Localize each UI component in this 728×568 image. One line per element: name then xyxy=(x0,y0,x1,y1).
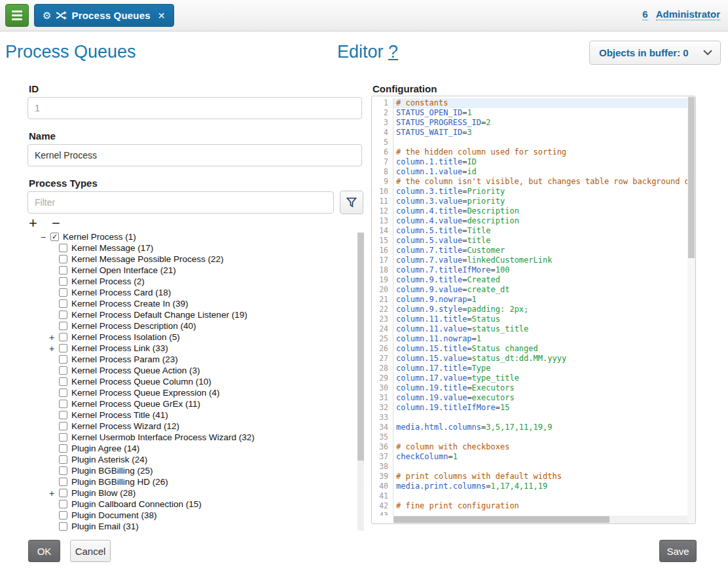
tree-item[interactable]: Kernel Process Queue Column (10) xyxy=(27,376,363,387)
tree-item[interactable]: Kernel Process Title (41) xyxy=(27,409,363,421)
tree-item-label[interactable]: Kernel Open Interface (21) xyxy=(71,265,176,275)
code-line[interactable]: 32column.19.titleIfMore=15 xyxy=(372,403,687,413)
tree-item[interactable]: Kernel Message (17) xyxy=(27,242,363,254)
code-line[interactable]: 27column.15.value=status_dt:dd.MM.yyyy xyxy=(372,354,687,364)
tree-item[interactable]: Kernel Process Description (40) xyxy=(27,320,363,331)
code-line[interactable]: 14column.5.title=Title xyxy=(372,226,687,236)
tree-item-label[interactable]: Kernel Process Title (41) xyxy=(71,410,168,420)
tree-item-checkbox[interactable] xyxy=(59,466,67,475)
tree-item[interactable]: Kernel Process Queue GrEx (11) xyxy=(27,398,363,409)
tree-item-checkbox[interactable] xyxy=(59,366,67,375)
code-line[interactable]: 7column.1.title=ID xyxy=(372,157,687,167)
tree-item[interactable]: Kernel Process Queue Action (3) xyxy=(27,365,363,376)
tree-item[interactable]: Kernel Process (2) xyxy=(27,276,363,287)
tree-item-label[interactable]: Kernel Usermob Interface Process Wizard … xyxy=(71,432,255,442)
tree-item-checkbox[interactable] xyxy=(59,333,67,341)
tree-item-checkbox[interactable] xyxy=(59,400,67,408)
code-line[interactable]: 39# print columns with default widths xyxy=(372,472,687,482)
code-line[interactable]: 28column.17.title=Type xyxy=(372,364,687,373)
objects-in-buffer-dropdown[interactable]: Objects in buffer: 0 xyxy=(589,41,721,65)
code-line[interactable]: 19column.9.title=Created xyxy=(372,275,687,285)
tree-item[interactable]: +Kernel Process Link (33) xyxy=(27,343,363,354)
code-line[interactable]: 13column.4.value=description xyxy=(372,216,687,226)
code-line[interactable]: 1# constants xyxy=(372,98,687,108)
code-line[interactable]: 33 xyxy=(372,413,687,423)
tree-item[interactable]: Kernel Open Interface (21) xyxy=(27,265,363,276)
tree-item-checkbox[interactable] xyxy=(59,266,67,275)
tree-item[interactable]: Kernel Process Wizard (12) xyxy=(27,421,363,432)
code-line[interactable]: 29column.17.value=type_title xyxy=(372,373,687,383)
tree-item[interactable]: Plugin BGBilling HD (26) xyxy=(27,476,363,487)
tree-item-checkbox[interactable] xyxy=(59,255,67,263)
code-line[interactable]: 17column.7.value=linkedCustomerLink xyxy=(372,256,687,265)
code-line[interactable]: 35 xyxy=(372,432,687,442)
tree-item-checkbox[interactable] xyxy=(59,344,67,352)
code-line[interactable]: 2STATUS_OPEN_ID=1 xyxy=(372,108,687,118)
tree-item-label[interactable]: Plugin BGBilling (25) xyxy=(71,466,153,476)
code-line[interactable]: 42# fine print configuration xyxy=(372,501,687,511)
code-line[interactable]: 23column.11.title=Status xyxy=(372,314,687,324)
tree-item-label[interactable]: Kernel Process Link (33) xyxy=(71,343,168,353)
configuration-code-editor[interactable]: 1# constants2STATUS_OPEN_ID=13STATUS_PRO… xyxy=(371,96,696,524)
save-button[interactable]: Save xyxy=(659,540,697,562)
filter-input[interactable] xyxy=(27,191,334,214)
tree-item-label[interactable]: Kernel Process (2) xyxy=(71,276,145,286)
notification-count-link[interactable]: 6 xyxy=(642,9,647,20)
tree-item-label[interactable]: Kernel Process Isolation (5) xyxy=(71,332,180,342)
tree-item[interactable]: Kernel Usermob Interface Process Wizard … xyxy=(27,432,363,443)
editor-hscroll-thumb[interactable] xyxy=(393,516,610,523)
code-line[interactable]: 34media.html.columns=3,5,17,11,19,9 xyxy=(372,423,687,432)
tree-item[interactable]: Kernel Process Card (18) xyxy=(27,287,363,298)
tree-item-checkbox[interactable] xyxy=(59,244,67,252)
code-line[interactable]: 37checkColumn=1 xyxy=(372,452,687,462)
tree-item[interactable]: Plugin Email (31) xyxy=(27,521,363,532)
code-line[interactable]: 36# column with checkboxes xyxy=(372,442,687,452)
tree-item[interactable]: +Kernel Process Isolation (5) xyxy=(27,331,363,343)
tree-item-label[interactable]: Kernel Process Wizard (12) xyxy=(71,421,179,431)
tree-item-label[interactable]: Kernel Process Default Change Listener (… xyxy=(71,310,247,320)
code-line[interactable]: 10column.3.title=Priority xyxy=(372,187,687,197)
tree-item-label[interactable]: Kernel Message Possible Process (22) xyxy=(71,254,224,264)
tree-item-checkbox[interactable] xyxy=(59,277,67,286)
help-link[interactable]: ? xyxy=(388,42,398,62)
expand-icon[interactable]: + xyxy=(49,332,59,343)
tree-item[interactable]: −✓Kernel Process (1) xyxy=(27,231,363,242)
tree-item-checkbox[interactable] xyxy=(59,478,67,486)
id-field[interactable] xyxy=(27,97,362,119)
code-line[interactable]: 18column.7.titleIfMore=100 xyxy=(372,265,687,275)
tree-item-label[interactable]: Plugin Asterisk (24) xyxy=(71,455,147,464)
expand-icon[interactable]: + xyxy=(49,488,59,499)
code-line[interactable]: 24column.11.value=status_title xyxy=(372,324,687,334)
tree-item-checkbox[interactable] xyxy=(59,377,67,386)
tree-item-checkbox[interactable] xyxy=(59,455,67,464)
tree-item[interactable]: Kernel Process Create In (39) xyxy=(27,298,363,309)
tree-item-label[interactable]: Kernel Process Card (18) xyxy=(71,288,171,297)
tree-item-label[interactable]: Plugin Blow (28) xyxy=(71,488,136,498)
editor-vertical-scrollbar[interactable] xyxy=(687,96,695,523)
tree-item-label[interactable]: Kernel Process Queue Action (3) xyxy=(71,366,200,375)
name-field[interactable] xyxy=(27,144,362,166)
ok-button[interactable]: OK xyxy=(28,540,60,562)
tree-item-label[interactable]: Plugin Email (31) xyxy=(71,521,139,531)
code-line[interactable]: 16column.7.title=Customer xyxy=(372,246,687,256)
tree-item-label[interactable]: Plugin Document (38) xyxy=(71,510,157,520)
tree-item-checkbox[interactable] xyxy=(59,355,67,364)
tree-item-checkbox[interactable] xyxy=(59,511,67,520)
collapse-icon[interactable]: − xyxy=(41,232,50,242)
tree-item-label[interactable]: Plugin Agree (14) xyxy=(71,444,139,453)
collapse-all-button[interactable]: − xyxy=(52,215,60,231)
filter-button[interactable] xyxy=(340,191,363,214)
tree-item[interactable]: Plugin BGBilling (25) xyxy=(27,465,363,476)
code-line[interactable]: 12column.4.title=Description xyxy=(372,206,687,216)
hamburger-menu-button[interactable] xyxy=(5,4,29,27)
tree-item-label[interactable]: Kernel Process Queue GrEx (11) xyxy=(71,399,200,409)
tree-item-checkbox[interactable] xyxy=(59,322,67,330)
tree-item-checkbox[interactable] xyxy=(59,444,67,453)
code-line[interactable]: 11column.3.value=priority xyxy=(372,197,687,206)
tree-item[interactable]: Kernel Process Default Change Listener (… xyxy=(27,309,363,320)
code-line[interactable]: 5 xyxy=(372,138,687,147)
tree-item-checkbox[interactable] xyxy=(59,288,67,297)
tree-item[interactable]: Plugin Agree (14) xyxy=(27,443,363,454)
cancel-button[interactable]: Cancel xyxy=(70,540,111,562)
tree-item-checkbox[interactable] xyxy=(59,522,67,531)
